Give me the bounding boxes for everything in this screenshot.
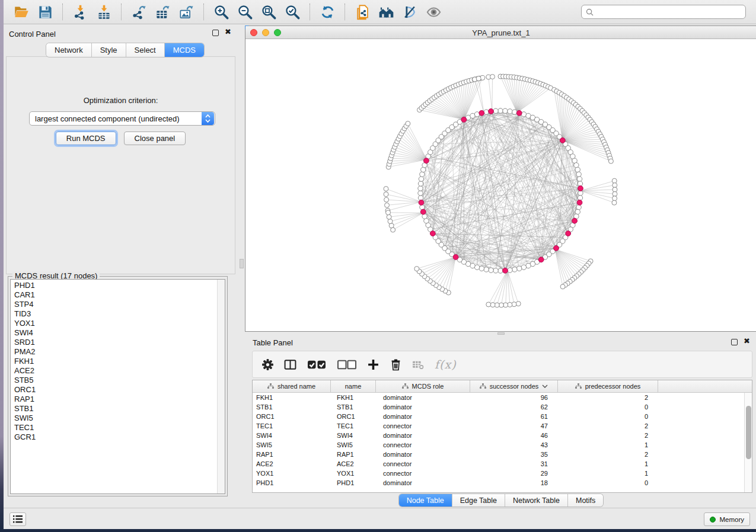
show-graphics-details-button[interactable]: [422, 2, 445, 22]
network-node[interactable]: [560, 284, 565, 289]
column-header-MCDS-role[interactable]: MCDS role: [376, 380, 470, 392]
network-node[interactable]: [421, 167, 426, 172]
mcds-result-item[interactable]: GCR1: [14, 432, 217, 442]
network-file-button[interactable]: [350, 2, 374, 22]
network-node[interactable]: [486, 302, 491, 307]
network-node[interactable]: [576, 205, 581, 210]
vertical-splitter[interactable]: [238, 24, 245, 508]
network-node[interactable]: [578, 181, 582, 186]
column-header-successor-nodes[interactable]: successor nodes: [470, 380, 558, 392]
close-panel-button[interactable]: Close panel: [124, 132, 186, 145]
table-settings-button[interactable]: [261, 357, 274, 372]
zoom-out-button[interactable]: [233, 2, 257, 22]
select-all-button[interactable]: [307, 357, 327, 372]
zoom-fit-button[interactable]: [257, 2, 280, 22]
export-image-button[interactable]: [174, 2, 198, 22]
splitter-grip-icon[interactable]: [497, 332, 505, 335]
table-row[interactable]: TEC1TEC1connector472: [253, 421, 752, 431]
network-node[interactable]: [384, 197, 389, 202]
network-node[interactable]: [484, 110, 489, 114]
mcds-result-item[interactable]: SRD1: [14, 338, 217, 347]
task-history-button[interactable]: [9, 512, 26, 526]
network-node[interactable]: [512, 110, 517, 114]
mcds-result-item[interactable]: PHD1: [14, 281, 217, 290]
table-row[interactable]: SWI4SWI4dominator462: [253, 431, 752, 440]
mcds-result-item[interactable]: CAR1: [14, 290, 217, 300]
run-mcds-button[interactable]: Run MCDS: [56, 132, 116, 145]
network-node[interactable]: [476, 76, 481, 81]
network-node[interactable]: [386, 210, 391, 215]
tab-style[interactable]: Style: [92, 43, 126, 57]
network-node[interactable]: [384, 192, 388, 197]
network-node[interactable]: [418, 186, 423, 191]
search-input[interactable]: [594, 8, 745, 16]
table-row[interactable]: ORC1ORC1dominator610: [253, 412, 752, 421]
close-panel-icon[interactable]: ✖: [225, 28, 231, 36]
splitter-grip-icon[interactable]: [240, 259, 244, 268]
table-scrollbar[interactable]: [744, 393, 752, 492]
table-row[interactable]: STB1STB1dominator620: [253, 402, 752, 412]
create-column-button[interactable]: [367, 357, 379, 372]
table-row[interactable]: RAP1RAP1dominator352: [253, 450, 752, 459]
table-row[interactable]: FKH1FKH1dominator962: [253, 393, 752, 402]
network-window-titlebar[interactable]: YPA_prune.txt_1: [245, 26, 756, 39]
network-node[interactable]: [575, 209, 580, 214]
mcds-hub-node[interactable]: [489, 109, 494, 114]
tab-network-table[interactable]: Network Table: [505, 494, 568, 507]
tab-select[interactable]: Select: [126, 43, 165, 57]
mcds-hub-node[interactable]: [578, 186, 583, 191]
mcds-hub-node[interactable]: [554, 245, 559, 251]
zoom-in-button[interactable]: [209, 2, 233, 22]
network-node[interactable]: [576, 172, 581, 177]
network-node[interactable]: [613, 183, 617, 188]
close-table-panel-icon[interactable]: ✖: [744, 337, 750, 345]
mcds-result-item[interactable]: TID3: [14, 309, 217, 319]
network-node[interactable]: [418, 191, 423, 196]
search-box[interactable]: [581, 5, 746, 19]
network-node[interactable]: [577, 177, 582, 181]
mcds-result-item[interactable]: ACE2: [14, 366, 217, 376]
mcds-result-item[interactable]: SWI5: [14, 414, 217, 423]
mcds-hub-node[interactable]: [538, 257, 544, 262]
network-node[interactable]: [574, 163, 579, 168]
network-node[interactable]: [420, 205, 425, 210]
zoom-selected-button[interactable]: [280, 2, 304, 22]
export-network-button[interactable]: [127, 2, 151, 22]
tab-edge-table[interactable]: Edge Table: [452, 494, 505, 507]
mcds-result-scrollbar[interactable]: [217, 280, 225, 493]
tab-mcds[interactable]: MCDS: [165, 43, 204, 57]
network-node[interactable]: [508, 109, 512, 114]
network-node[interactable]: [612, 178, 617, 183]
home-button[interactable]: [374, 2, 398, 22]
save-session-button[interactable]: [33, 2, 57, 22]
mcds-hub-node[interactable]: [572, 218, 578, 223]
mcds-result-item[interactable]: STP4: [14, 300, 217, 309]
network-node[interactable]: [613, 196, 617, 201]
import-network-button[interactable]: [68, 2, 92, 22]
network-graph[interactable]: [245, 39, 756, 331]
mcds-result-item[interactable]: RAP1: [14, 395, 217, 404]
network-canvas[interactable]: [245, 39, 756, 331]
column-header-predecessor-nodes[interactable]: predecessor nodes: [558, 380, 658, 392]
mcds-hub-node[interactable]: [430, 231, 435, 236]
mcds-result-item[interactable]: FKH1: [14, 357, 217, 366]
import-table-button[interactable]: [92, 2, 116, 22]
network-node[interactable]: [388, 219, 393, 224]
mcds-result-item[interactable]: SWI4: [14, 328, 217, 338]
network-node[interactable]: [418, 196, 423, 200]
network-node[interactable]: [490, 74, 495, 79]
network-node[interactable]: [521, 265, 526, 270]
refresh-button[interactable]: [315, 2, 339, 22]
network-node[interactable]: [612, 200, 617, 205]
mcds-hub-node[interactable]: [503, 268, 508, 273]
table-row[interactable]: PHD1PHD1dominator180: [253, 478, 752, 488]
mcds-result-item[interactable]: ORC1: [14, 385, 217, 395]
deselect-all-button[interactable]: [337, 357, 357, 372]
mcds-result-item[interactable]: PMA2: [14, 347, 217, 357]
mcds-hub-node[interactable]: [453, 255, 458, 260]
network-node[interactable]: [387, 214, 391, 219]
network-node[interactable]: [498, 268, 503, 273]
network-node[interactable]: [419, 177, 423, 181]
mcds-hub-node[interactable]: [566, 231, 571, 236]
float-table-panel-icon[interactable]: [731, 339, 738, 345]
